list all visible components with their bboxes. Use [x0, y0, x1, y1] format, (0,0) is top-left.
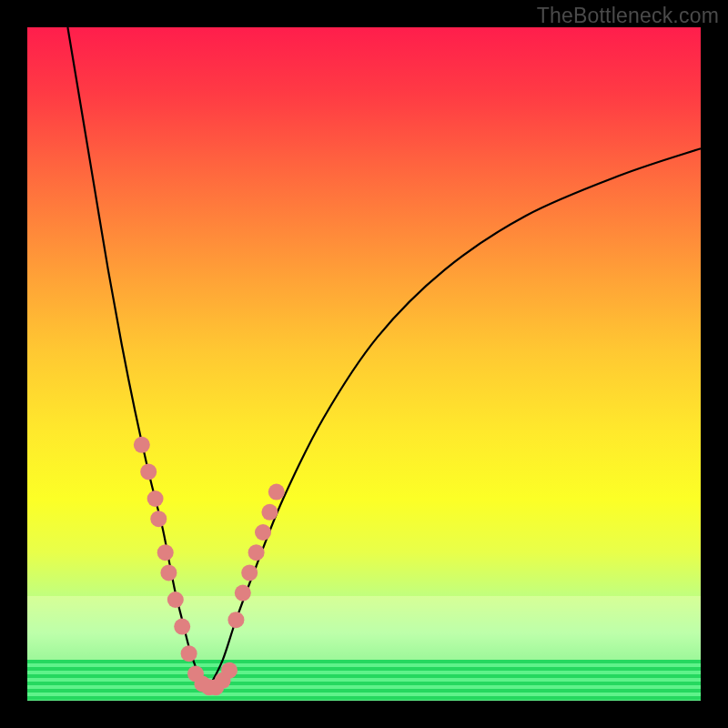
data-dot	[157, 544, 174, 561]
data-dot	[167, 592, 184, 608]
data-dot	[248, 544, 265, 561]
data-dot	[255, 524, 271, 541]
data-dot	[150, 511, 167, 527]
data-dot	[261, 504, 278, 521]
right-curve	[209, 148, 701, 687]
data-dot	[221, 662, 238, 679]
data-dot	[241, 564, 258, 581]
data-dot	[235, 585, 251, 602]
data-dot	[268, 484, 285, 500]
data-dots-group	[134, 437, 285, 695]
data-dot	[160, 564, 177, 581]
chart-frame: TheBottleneck.com	[0, 0, 728, 728]
watermark-text: TheBottleneck.com	[537, 4, 719, 28]
data-dot	[228, 612, 244, 628]
data-dot	[140, 463, 157, 480]
plot-area	[27, 27, 701, 701]
data-dot	[181, 645, 197, 662]
data-dot	[147, 490, 164, 507]
data-dot	[134, 437, 150, 453]
curves-svg	[27, 27, 701, 701]
left-curve	[67, 27, 208, 687]
data-dot	[174, 619, 190, 635]
